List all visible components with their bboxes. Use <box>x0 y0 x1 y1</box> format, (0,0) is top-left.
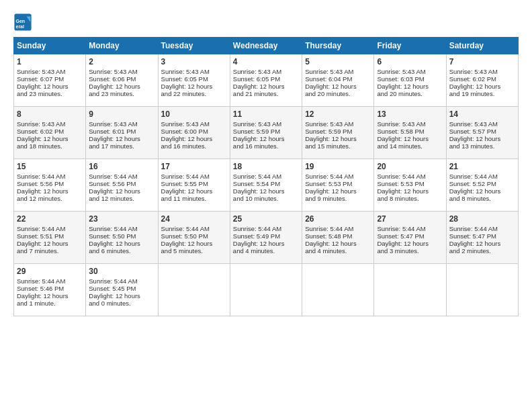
calendar-cell: 13Sunrise: 5:43 AMSunset: 5:58 PMDayligh… <box>374 107 446 159</box>
day-info: Sunrise: 5:44 AM <box>449 225 515 232</box>
day-info: Daylight: 12 hours <box>89 135 154 142</box>
day-info: Daylight: 12 hours <box>161 187 227 195</box>
day-info: and 21 minutes. <box>233 90 299 97</box>
day-number: 9 <box>89 109 154 119</box>
calendar-cell: 15Sunrise: 5:44 AMSunset: 5:56 PMDayligh… <box>14 159 86 212</box>
calendar-cell: 24Sunrise: 5:44 AMSunset: 5:50 PMDayligh… <box>158 212 230 264</box>
calendar-cell: 5Sunrise: 5:43 AMSunset: 6:04 PMDaylight… <box>302 54 374 107</box>
day-info: Sunset: 6:04 PM <box>305 75 371 83</box>
day-info: Sunset: 5:46 PM <box>17 285 83 292</box>
day-info: Daylight: 12 hours <box>17 135 83 142</box>
day-info: Sunset: 5:53 PM <box>305 180 371 187</box>
logo-icon: Gen eral <box>13 13 32 32</box>
day-info: and 9 minutes. <box>305 195 371 202</box>
calendar-cell: 3Sunrise: 5:43 AMSunset: 6:05 PMDaylight… <box>158 54 230 107</box>
day-info: and 23 minutes. <box>17 90 83 97</box>
calendar-cell: 6Sunrise: 5:43 AMSunset: 6:03 PMDaylight… <box>374 54 446 107</box>
day-info: Sunset: 5:59 PM <box>233 128 299 135</box>
day-info: Daylight: 12 hours <box>89 240 154 247</box>
calendar-cell: 16Sunrise: 5:44 AMSunset: 5:56 PMDayligh… <box>86 159 158 212</box>
day-number: 29 <box>17 267 83 276</box>
day-info: and 6 minutes. <box>89 247 154 255</box>
day-info: Daylight: 12 hours <box>161 240 227 247</box>
day-info: Sunrise: 5:44 AM <box>17 277 83 285</box>
day-info: Sunset: 5:47 PM <box>449 232 515 240</box>
day-info: Sunrise: 5:44 AM <box>449 173 515 180</box>
day-info: Sunset: 6:05 PM <box>161 75 227 83</box>
day-number: 26 <box>305 214 371 224</box>
day-info: Sunset: 5:58 PM <box>377 128 443 135</box>
day-info: Daylight: 12 hours <box>233 240 299 247</box>
day-info: Sunrise: 5:44 AM <box>233 225 299 232</box>
day-info: Sunrise: 5:43 AM <box>161 68 227 75</box>
day-info: Daylight: 12 hours <box>305 240 371 247</box>
week-row-2: 8Sunrise: 5:43 AMSunset: 6:02 PMDaylight… <box>14 107 519 159</box>
day-info: and 2 minutes. <box>449 247 515 255</box>
calendar-table: SundayMondayTuesdayWednesdayThursdayFrid… <box>13 37 519 316</box>
calendar-cell: 8Sunrise: 5:43 AMSunset: 6:02 PMDaylight… <box>14 107 86 159</box>
day-info: and 12 minutes. <box>89 195 154 202</box>
day-info: Sunrise: 5:44 AM <box>161 225 227 232</box>
day-info: Sunrise: 5:44 AM <box>89 173 154 180</box>
day-info: and 19 minutes. <box>449 90 515 97</box>
calendar-cell: 28Sunrise: 5:44 AMSunset: 5:47 PMDayligh… <box>446 212 518 264</box>
day-info: and 12 minutes. <box>17 195 83 202</box>
col-header-tuesday: Tuesday <box>158 38 230 54</box>
day-info: and 4 minutes. <box>233 247 299 255</box>
day-info: Sunrise: 5:43 AM <box>89 68 154 75</box>
day-info: Sunset: 6:07 PM <box>17 75 83 83</box>
calendar-cell: 19Sunrise: 5:44 AMSunset: 5:53 PMDayligh… <box>302 159 374 212</box>
day-info: Daylight: 12 hours <box>233 83 299 90</box>
calendar-cell: 17Sunrise: 5:44 AMSunset: 5:55 PMDayligh… <box>158 159 230 212</box>
calendar-page: Gen eral SundayMondayTuesdayWednesdayThu… <box>0 0 532 411</box>
day-info: Sunset: 5:56 PM <box>89 180 154 187</box>
day-info: Sunrise: 5:44 AM <box>377 225 443 232</box>
calendar-cell <box>446 264 518 316</box>
day-info: Sunrise: 5:43 AM <box>89 120 154 128</box>
day-info: Sunset: 5:47 PM <box>377 232 443 240</box>
day-info: and 4 minutes. <box>305 247 371 255</box>
calendar-cell: 22Sunrise: 5:44 AMSunset: 5:51 PMDayligh… <box>14 212 86 264</box>
calendar-cell <box>158 264 230 316</box>
day-info: and 1 minute. <box>17 300 83 307</box>
col-header-friday: Friday <box>374 38 446 54</box>
day-number: 13 <box>377 109 443 119</box>
day-number: 15 <box>17 162 83 171</box>
day-info: Daylight: 12 hours <box>377 135 443 142</box>
day-number: 28 <box>449 214 515 224</box>
day-info: and 0 minutes. <box>89 300 154 307</box>
day-number: 4 <box>233 57 299 66</box>
day-info: Sunset: 5:52 PM <box>449 180 515 187</box>
day-number: 8 <box>17 109 83 119</box>
day-info: Sunrise: 5:43 AM <box>17 120 83 128</box>
day-info: Sunrise: 5:43 AM <box>17 68 83 75</box>
calendar-cell: 11Sunrise: 5:43 AMSunset: 5:59 PMDayligh… <box>230 107 302 159</box>
day-info: and 14 minutes. <box>377 142 443 150</box>
day-info: Daylight: 12 hours <box>449 83 515 90</box>
week-row-3: 15Sunrise: 5:44 AMSunset: 5:56 PMDayligh… <box>14 159 519 212</box>
svg-text:eral: eral <box>16 24 25 29</box>
day-info: Daylight: 12 hours <box>377 187 443 195</box>
week-row-5: 29Sunrise: 5:44 AMSunset: 5:46 PMDayligh… <box>14 264 519 316</box>
calendar-cell: 30Sunrise: 5:44 AMSunset: 5:45 PMDayligh… <box>86 264 158 316</box>
day-info: and 20 minutes. <box>305 90 371 97</box>
day-info: Sunrise: 5:43 AM <box>377 120 443 128</box>
calendar-cell: 9Sunrise: 5:43 AMSunset: 6:01 PMDaylight… <box>86 107 158 159</box>
day-info: Sunrise: 5:44 AM <box>17 225 83 232</box>
day-info: Daylight: 12 hours <box>17 292 83 300</box>
day-info: Sunrise: 5:43 AM <box>161 120 227 128</box>
day-info: and 20 minutes. <box>377 90 443 97</box>
day-info: and 16 minutes. <box>161 142 227 150</box>
day-info: Sunset: 5:54 PM <box>233 180 299 187</box>
day-info: Daylight: 12 hours <box>377 83 443 90</box>
day-info: Sunrise: 5:43 AM <box>305 120 371 128</box>
day-info: and 7 minutes. <box>17 247 83 255</box>
day-info: Sunrise: 5:44 AM <box>17 173 83 180</box>
day-info: Sunset: 6:01 PM <box>89 128 154 135</box>
day-info: Daylight: 12 hours <box>233 187 299 195</box>
day-info: Daylight: 12 hours <box>233 135 299 142</box>
day-number: 17 <box>161 162 227 171</box>
day-info: Sunset: 6:03 PM <box>377 75 443 83</box>
day-info: and 11 minutes. <box>161 195 227 202</box>
day-info: and 22 minutes. <box>161 90 227 97</box>
